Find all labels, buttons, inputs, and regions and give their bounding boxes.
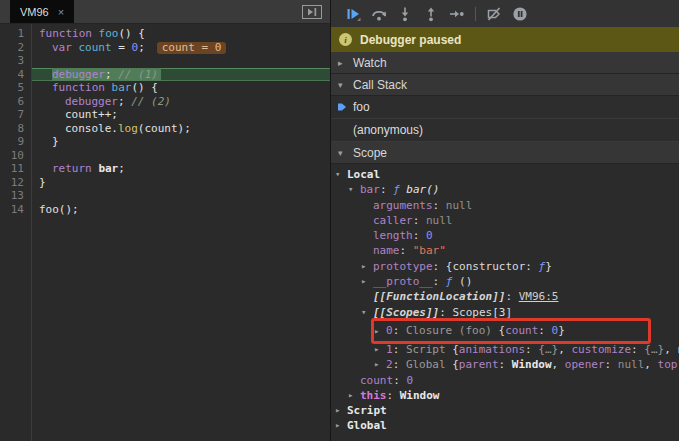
code-line-content: debugger; // (2): [31, 95, 330, 109]
code-line: 7count++;: [0, 108, 330, 122]
scope-row[interactable]: ▸this: Window: [331, 388, 679, 403]
line-number-gutter[interactable]: 4: [0, 68, 31, 82]
info-icon: i: [339, 33, 352, 46]
line-number-gutter[interactable]: 10: [0, 149, 31, 163]
scope-row[interactable]: ▸Script: [331, 403, 679, 418]
line-number-gutter[interactable]: 6: [0, 95, 31, 109]
scope-row[interactable]: ▸1: Script {animations: {…}, customize: …: [331, 342, 679, 357]
resume-button[interactable]: [340, 3, 366, 25]
deactivate-breakpoints-button[interactable]: [481, 3, 507, 25]
tab-close-icon[interactable]: ×: [58, 6, 64, 18]
code-line: 12}: [0, 176, 330, 190]
code-line: 3: [0, 54, 330, 68]
scope-row[interactable]: ▾bar: ƒ bar(): [331, 182, 679, 197]
line-number-gutter[interactable]: 5: [0, 81, 31, 95]
code-line-content: [31, 189, 330, 203]
scope-row[interactable]: count: 0: [331, 373, 679, 388]
scope-row[interactable]: name: "bar": [331, 243, 679, 258]
line-number-gutter[interactable]: 14: [0, 203, 31, 217]
section-call-stack[interactable]: ▾ Call Stack: [331, 74, 679, 96]
code-line: 13: [0, 189, 330, 203]
code-line-content: }: [31, 135, 330, 149]
scope-row[interactable]: caller: null: [331, 213, 679, 228]
code-line-content: var count = 0;count = 0: [31, 41, 330, 55]
code-line: 10: [0, 149, 330, 163]
chevron-right-icon[interactable]: ▸: [361, 259, 373, 274]
panel-toggle-icon: [302, 5, 322, 19]
code-text: var count = 0;: [52, 41, 145, 54]
debugger-sidebar: i Debugger paused ▸ Watch ▾ Call Stack f…: [330, 0, 679, 441]
code-text: foo();: [39, 203, 79, 216]
line-number-gutter[interactable]: 7: [0, 108, 31, 122]
scope-row[interactable]: ▸prototype: {constructor: ƒ}: [331, 259, 679, 274]
scope-row[interactable]: ▾Local: [331, 167, 679, 182]
function-location-link[interactable]: VM96:5: [519, 289, 559, 304]
tab-title: VM96: [20, 6, 49, 18]
code-line-content: return bar;: [31, 162, 330, 176]
code-line-content: foo();: [31, 203, 330, 217]
scope-row[interactable]: ▸2: Global {parent: Window, opener: null…: [331, 357, 679, 372]
chevron-down-icon[interactable]: ▾: [335, 167, 347, 182]
step-over-button[interactable]: [366, 3, 392, 25]
line-number-gutter[interactable]: 1: [0, 27, 31, 41]
current-frame-arrow-icon: [337, 102, 347, 112]
line-number-gutter[interactable]: 12: [0, 176, 31, 190]
code-line: 2var count = 0;count = 0: [0, 41, 330, 55]
scope-tree: ▾Local▾bar: ƒ bar()arguments: nullcaller…: [331, 164, 679, 441]
step-out-icon: [423, 6, 439, 22]
step-button[interactable]: [444, 3, 470, 25]
chevron-right-icon[interactable]: ▸: [374, 342, 386, 357]
editor-tab-bar: VM96 ×: [0, 0, 330, 24]
banner-text: Debugger paused: [360, 33, 461, 47]
execution-line-highlight: debugger; // (1): [52, 68, 161, 81]
call-stack-list: foo(anonymous): [331, 96, 679, 142]
chevron-right-icon[interactable]: ▸: [374, 357, 386, 372]
scope-row[interactable]: arguments: null: [331, 198, 679, 213]
code-text: debugger; // (2): [65, 95, 171, 108]
code-line: 9}: [0, 135, 330, 149]
scope-row[interactable]: ▸__proto__: ƒ (): [331, 274, 679, 289]
call-stack-frame[interactable]: (anonymous): [331, 119, 679, 142]
scope-row[interactable]: ▾[[Scopes]]: Scopes[3]: [331, 305, 679, 320]
chevron-right-icon[interactable]: ▸: [335, 403, 347, 418]
line-number-gutter[interactable]: 11: [0, 162, 31, 176]
scope-row[interactable]: [[FunctionLocation]]: VM96:5: [331, 289, 679, 304]
step-into-icon: [397, 6, 413, 22]
line-number-gutter[interactable]: 8: [0, 122, 31, 136]
code-text: }: [52, 135, 59, 148]
scope-label: Scope: [353, 146, 387, 160]
scope-row[interactable]: ▸Global: [331, 418, 679, 433]
line-number-gutter[interactable]: 3: [0, 54, 31, 68]
chevron-down-icon: ▾: [338, 148, 347, 158]
code-area[interactable]: 1function foo() {2var count = 0;count = …: [0, 24, 330, 441]
panel-toggle-button[interactable]: [302, 0, 330, 23]
line-number-gutter[interactable]: 2: [0, 41, 31, 55]
section-scope[interactable]: ▾ Scope: [331, 142, 679, 164]
debugger-toolbar: [331, 0, 679, 27]
scope-row[interactable]: length: 0: [331, 228, 679, 243]
chevron-right-icon[interactable]: ▸: [374, 320, 386, 342]
tab-vm96[interactable]: VM96 ×: [10, 0, 74, 23]
chevron-down-icon[interactable]: ▾: [348, 182, 360, 197]
chevron-down-icon[interactable]: ▾: [361, 305, 373, 320]
chevron-right-icon[interactable]: ▸: [348, 388, 360, 403]
step-out-button[interactable]: [418, 3, 444, 25]
scope-row[interactable]: ▸0: Closure (foo) {count: 0}: [331, 320, 679, 342]
inline-value-badge: count = 0: [157, 42, 227, 54]
line-number-gutter[interactable]: 13: [0, 189, 31, 203]
code-line-content: debugger; // (1): [31, 68, 330, 82]
code-text: console.log(count);: [65, 122, 191, 135]
line-number-gutter[interactable]: 9: [0, 135, 31, 149]
step-into-button[interactable]: [392, 3, 418, 25]
code-line: 4debugger; // (1): [0, 68, 330, 82]
frame-label: foo: [353, 100, 370, 114]
code-text: return bar;: [52, 162, 125, 175]
section-watch[interactable]: ▸ Watch: [331, 52, 679, 74]
pause-on-exceptions-button[interactable]: [507, 3, 533, 25]
call-stack-label: Call Stack: [353, 78, 407, 92]
chevron-right-icon[interactable]: ▸: [361, 274, 373, 289]
step-over-icon: [371, 6, 387, 22]
chevron-right-icon[interactable]: ▸: [335, 418, 347, 433]
call-stack-frame[interactable]: foo: [331, 96, 679, 119]
step-icon: [449, 6, 465, 22]
